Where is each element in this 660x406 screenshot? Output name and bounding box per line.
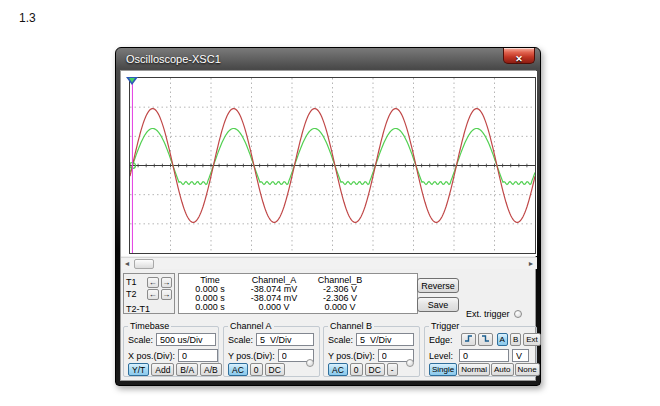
window-titlebar[interactable]: Oscilloscope-XSC1 ✕ — [116, 48, 540, 70]
left-arrow-icon: ← — [149, 278, 157, 287]
channel-b-title: Channel B — [328, 321, 374, 331]
channel-b-minus-button[interactable]: - — [387, 363, 398, 376]
window-title: Oscilloscope-XSC1 — [126, 53, 221, 65]
horizontal-scrollbar[interactable]: ◄ ► — [121, 257, 537, 269]
channel-b-ypos-label: Y pos.(Div): — [328, 351, 375, 361]
channel-b-dc-button[interactable]: DC — [365, 363, 385, 376]
trigger-auto-button[interactable]: Auto — [491, 363, 513, 376]
t1-label: T1 — [126, 277, 145, 287]
t2t1-channel-b: 0.000 V — [307, 303, 373, 312]
graticule — [129, 77, 536, 254]
cursor-triangle-icon — [126, 77, 138, 85]
ext-trigger-radio[interactable] — [514, 310, 522, 318]
side-buttons: Reverse Save Ext. trigger — [417, 272, 537, 316]
trigger-group: Trigger Edge: A — [424, 326, 537, 377]
trigger-edge-label: Edge: — [429, 335, 453, 345]
page-background: 1.3 Oscilloscope-XSC1 ✕ — [0, 0, 660, 406]
t1-right-button[interactable]: → — [161, 277, 173, 288]
t2t1-time: 0.000 s — [179, 303, 241, 312]
close-button[interactable]: ✕ — [503, 48, 535, 64]
waveform-plot — [130, 78, 535, 253]
timebase-scale-input[interactable] — [156, 333, 216, 346]
channel-a-scale-input[interactable] — [256, 333, 314, 346]
timebase-xpos-label: X pos.(Div): — [128, 351, 175, 361]
ab-button[interactable]: A/B — [200, 363, 222, 376]
yt-button[interactable]: Y/T — [128, 363, 149, 376]
channel-a-0-button[interactable]: 0 — [250, 363, 263, 376]
cursor-controls: T1 ← → T2 ← → T2-T1 — [123, 273, 175, 314]
readout-section: T1 ← → T2 ← → T2-T1 Time — [121, 272, 537, 316]
cursor-handle[interactable] — [126, 71, 138, 79]
trigger-normal-button[interactable]: Normal — [458, 363, 490, 376]
t2-left-button[interactable]: ← — [147, 289, 159, 300]
rising-edge-button[interactable] — [461, 333, 476, 346]
channel-b-scale-input[interactable] — [356, 333, 414, 346]
rising-edge-icon — [464, 334, 473, 343]
scroll-left-icon: ◄ — [124, 260, 131, 267]
window-body: ◄ ► T1 ← → T2 ← → — [120, 70, 536, 381]
scroll-thumb[interactable] — [134, 259, 154, 269]
channel-a-scale-label: Scale: — [228, 335, 253, 345]
t2t1-channel-a: 0.000 V — [241, 303, 307, 312]
reverse-button[interactable]: Reverse — [417, 278, 459, 293]
left-arrow-icon: ← — [149, 290, 157, 299]
right-arrow-icon: → — [162, 278, 170, 287]
ext-trigger-label: Ext. trigger — [466, 309, 510, 319]
channel-b-scale-label: Scale: — [328, 335, 353, 345]
scroll-right-icon: ► — [528, 260, 535, 267]
t2-label: T2 — [126, 289, 145, 299]
channel-a-dc-button[interactable]: DC — [265, 363, 285, 376]
add-button[interactable]: Add — [151, 363, 174, 376]
timebase-xpos-input[interactable] — [178, 349, 218, 362]
save-button[interactable]: Save — [417, 297, 459, 312]
channel-b-0-button[interactable]: 0 — [350, 363, 363, 376]
trigger-b-button[interactable]: B — [510, 333, 521, 346]
scope-display — [121, 71, 537, 256]
timebase-title: Timebase — [128, 321, 171, 331]
channel-a-ac-button[interactable]: AC — [228, 363, 248, 376]
timebase-scale-label: Scale: — [128, 335, 153, 345]
table-row-t2t1: 0.000 s 0.000 V 0.000 V — [179, 303, 417, 312]
t2t1-label: T2-T1 — [126, 304, 150, 314]
trigger-title: Trigger — [429, 321, 461, 331]
channel-b-indicator — [406, 359, 414, 367]
channel-a-title: Channel A — [228, 321, 274, 331]
right-arrow-icon: → — [162, 290, 170, 299]
oscilloscope-window: Oscilloscope-XSC1 ✕ ◄ — [115, 47, 541, 386]
channel-b-group: Channel B Scale: Y pos.(Div): AC 0 DC - — [323, 326, 420, 377]
falling-edge-icon — [481, 334, 490, 343]
scroll-right-button[interactable]: ► — [525, 258, 537, 270]
figure-number: 1.3 — [19, 11, 36, 25]
t1-left-button[interactable]: ← — [147, 277, 159, 288]
trigger-ext-button[interactable]: Ext — [523, 333, 541, 346]
channel-b-ac-button[interactable]: AC — [328, 363, 348, 376]
ba-button[interactable]: B/A — [176, 363, 198, 376]
t2-right-button[interactable]: → — [161, 289, 173, 300]
trigger-none-button[interactable]: None — [515, 363, 540, 376]
measurement-table: Time Channel_A Channel_B 0.000 s -38.074… — [178, 273, 418, 314]
controls-section: Timebase Scale: X pos.(Div): Y/T Add B/A… — [121, 323, 537, 378]
trigger-single-button[interactable]: Single — [429, 363, 457, 376]
close-icon: ✕ — [515, 54, 523, 64]
scroll-left-button[interactable]: ◄ — [121, 258, 133, 270]
channel-a-indicator — [306, 359, 314, 367]
trigger-a-button[interactable]: A — [497, 333, 508, 346]
channel-a-group: Channel A Scale: Y pos.(Div): AC 0 DC — [223, 326, 320, 377]
trigger-level-unit[interactable] — [512, 349, 529, 362]
trigger-level-label: Level: — [429, 351, 456, 361]
timebase-group: Timebase Scale: X pos.(Div): Y/T Add B/A… — [123, 326, 219, 377]
channel-a-ypos-label: Y pos.(Div): — [228, 351, 275, 361]
falling-edge-button[interactable] — [478, 333, 493, 346]
trigger-level-input[interactable] — [459, 349, 509, 362]
